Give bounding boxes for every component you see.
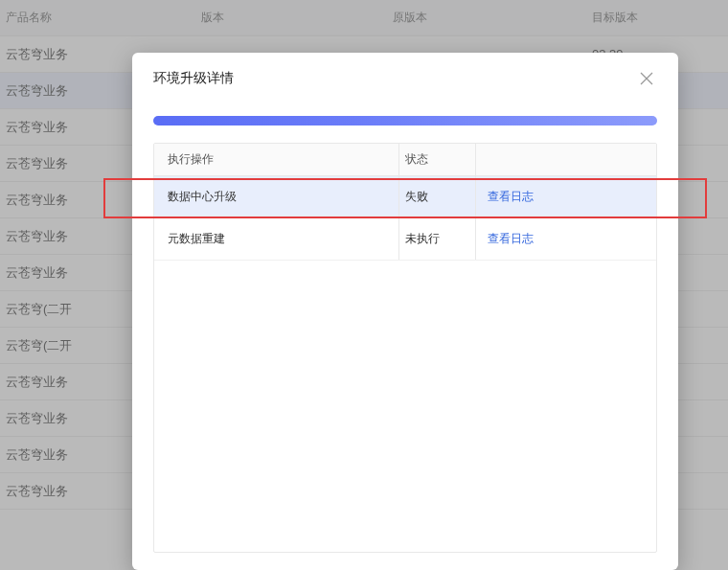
view-log-link[interactable]: 查看日志	[488, 231, 534, 247]
modal-header: 环境升级详情	[132, 53, 678, 99]
cell-status: 失败	[399, 176, 476, 217]
cell-status: 未执行	[399, 218, 476, 260]
col-status: 状态	[399, 144, 476, 175]
cell-operation: 数据中心升级	[154, 176, 399, 217]
col-action	[476, 144, 656, 175]
table-row: 元数据重建未执行查看日志	[154, 218, 656, 261]
cell-action: 查看日志	[476, 218, 656, 260]
modal-title: 环境升级详情	[153, 70, 234, 87]
table-row: 数据中心升级失败查看日志	[154, 176, 656, 218]
cell-action: 查看日志	[476, 176, 656, 217]
view-log-link[interactable]: 查看日志	[488, 189, 534, 205]
col-operation: 执行操作	[154, 144, 399, 175]
progress-container	[132, 99, 678, 137]
progress-bar	[153, 116, 657, 125]
upgrade-detail-modal: 环境升级详情 执行操作 状态 数据中心升级失败查看日志元数据重建未执行查看日志	[132, 53, 678, 570]
close-icon[interactable]	[636, 68, 657, 89]
cell-operation: 元数据重建	[154, 218, 399, 260]
table-header: 执行操作 状态	[154, 144, 656, 176]
operations-table: 执行操作 状态 数据中心升级失败查看日志元数据重建未执行查看日志	[153, 143, 657, 553]
